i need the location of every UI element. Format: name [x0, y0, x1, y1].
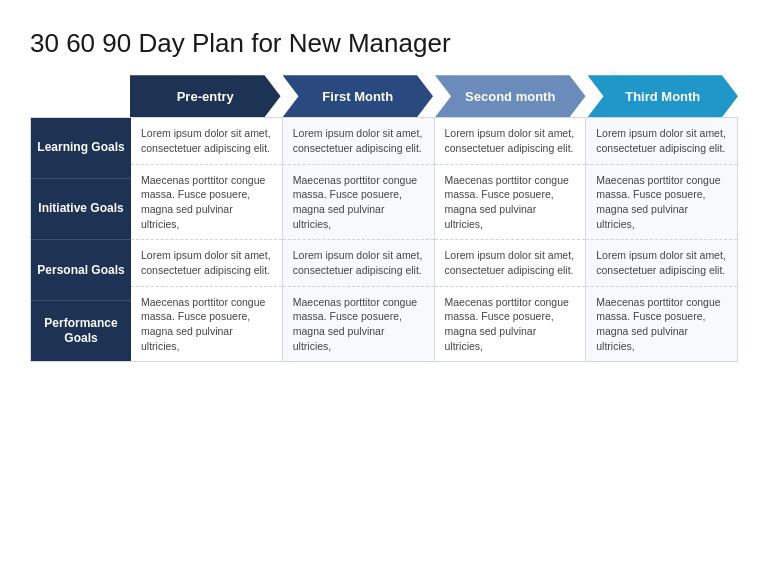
header-col3: Third Month: [588, 75, 739, 117]
data-columns: Lorem ipsum dolor sit amet, consectetuer…: [131, 118, 737, 361]
cell-2-2: Lorem ipsum dolor sit amet, consectetuer…: [435, 240, 586, 286]
cell-2-3: Lorem ipsum dolor sit amet, consectetuer…: [586, 240, 737, 286]
cell-3-1: Maecenas porttitor congue massa. Fusce p…: [283, 287, 434, 362]
cell-1-0: Maecenas porttitor congue massa. Fusce p…: [131, 165, 282, 241]
data-col-1: Lorem ipsum dolor sit amet, consectetuer…: [282, 118, 434, 361]
cell-1-1: Maecenas porttitor congue massa. Fusce p…: [283, 165, 434, 241]
cell-2-0: Lorem ipsum dolor sit amet, consectetuer…: [131, 240, 282, 286]
table-wrapper: Pre-entry First Month Second month Third…: [30, 75, 738, 362]
cell-0-2: Lorem ipsum dolor sit amet, consectetuer…: [435, 118, 586, 164]
main-table: Learning Goals Initiative Goals Personal…: [30, 117, 738, 362]
cell-0-1: Lorem ipsum dolor sit amet, consectetuer…: [283, 118, 434, 164]
page-container: 30 60 90 Day Plan for New Manager Pre-en…: [0, 0, 768, 576]
cell-1-2: Maecenas porttitor congue massa. Fusce p…: [435, 165, 586, 241]
cell-0-0: Lorem ipsum dolor sit amet, consectetuer…: [131, 118, 282, 164]
data-col-2: Lorem ipsum dolor sit amet, consectetuer…: [434, 118, 586, 361]
row-label-2: Personal Goals: [31, 240, 131, 301]
cell-0-3: Lorem ipsum dolor sit amet, consectetuer…: [586, 118, 737, 164]
row-label-0: Learning Goals: [31, 118, 131, 179]
header-col0: Pre-entry: [130, 75, 281, 117]
cell-3-0: Maecenas porttitor congue massa. Fusce p…: [131, 287, 282, 362]
header-row: Pre-entry First Month Second month Third…: [130, 75, 738, 117]
row-label-1: Initiative Goals: [31, 179, 131, 240]
cell-2-1: Lorem ipsum dolor sit amet, consectetuer…: [283, 240, 434, 286]
cell-3-3: Maecenas porttitor congue massa. Fusce p…: [586, 287, 737, 362]
cell-1-3: Maecenas porttitor congue massa. Fusce p…: [586, 165, 737, 241]
page-title: 30 60 90 Day Plan for New Manager: [30, 28, 738, 59]
header-col2: Second month: [435, 75, 586, 117]
header-col1: First Month: [283, 75, 434, 117]
row-label-3: Performance Goals: [31, 301, 131, 361]
cell-3-2: Maecenas porttitor congue massa. Fusce p…: [435, 287, 586, 362]
data-col-3: Lorem ipsum dolor sit amet, consectetuer…: [585, 118, 737, 361]
data-col-0: Lorem ipsum dolor sit amet, consectetuer…: [131, 118, 282, 361]
label-column: Learning Goals Initiative Goals Personal…: [31, 118, 131, 361]
